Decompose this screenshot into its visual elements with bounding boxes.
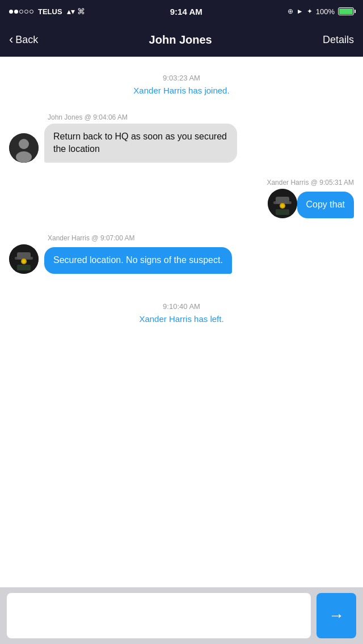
system-message-left: Xander Harris has left. (9, 314, 354, 324)
avatar-xander-1 (268, 189, 297, 218)
bubble-xander-2: Secured location. No signs of the suspec… (44, 247, 232, 273)
avatar-xander-1-svg (268, 189, 297, 218)
battery-container (338, 7, 354, 15)
svg-point-2 (16, 151, 32, 163)
input-bar: → (0, 587, 363, 644)
svg-point-1 (19, 139, 29, 149)
sender-label-xander-2: Xander Harris @ 9:07:00 AM (48, 234, 354, 242)
message-row-xander-1: Copy that (9, 189, 354, 218)
timestamp-1: 9:03:23 AM (9, 74, 354, 82)
signal-dot-3 (19, 10, 23, 14)
nav-title: John Jones (149, 33, 212, 46)
svg-point-7 (281, 204, 284, 207)
system-message-joined: Xander Harris has joined. (9, 86, 354, 95)
message-row-xander-2: Secured location. No signs of the suspec… (9, 244, 354, 274)
bubble-xander-1: Copy that (297, 192, 354, 218)
battery-percent: 100% (316, 7, 335, 16)
back-button[interactable]: ‹ Back (9, 32, 38, 47)
back-label: Back (15, 34, 38, 46)
arrow-icon: ► (297, 7, 303, 15)
details-button[interactable]: Details (323, 34, 354, 46)
svg-rect-14 (17, 265, 31, 270)
battery (338, 7, 354, 15)
nav-bar: ‹ Back John Jones Details (0, 23, 363, 57)
bubble-john-1: Return back to HQ as soon as you secured… (44, 124, 237, 163)
svg-rect-5 (276, 197, 289, 204)
signal-dot-1 (9, 10, 13, 14)
message-row-john: Return back to HQ as soon as you secured… (9, 124, 354, 163)
status-time: 9:14 AM (170, 7, 202, 16)
signal-dot-2 (14, 10, 18, 14)
svg-point-13 (22, 260, 26, 263)
avatar-xander-2-svg (9, 244, 39, 274)
signal-dots (9, 10, 33, 14)
wifi-icon: ▴▾ (67, 7, 75, 16)
battery-fill (339, 9, 353, 14)
send-arrow-icon: → (328, 607, 344, 625)
wifi-symbol: ⌘ (77, 7, 85, 16)
status-bar: TELUS ▴▾ ⌘ 9:14 AM ⊕ ► ✦ 100% (0, 0, 363, 23)
signal-dot-5 (29, 10, 33, 14)
avatar-john (9, 133, 39, 163)
carrier-label: TELUS (38, 7, 62, 16)
signal-dot-4 (24, 10, 28, 14)
avatar-john-svg (9, 133, 39, 163)
sender-label-xander-1: Xander Harris @ 9:05:31 AM (9, 179, 354, 187)
location-icon: ⊕ (288, 7, 293, 15)
status-right: ⊕ ► ✦ 100% (288, 7, 354, 16)
timestamp-2: 9:10:40 AM (9, 302, 354, 311)
status-left: TELUS ▴▾ ⌘ (9, 7, 85, 16)
avatar-xander-2 (9, 244, 39, 274)
svg-rect-11 (17, 252, 31, 259)
back-chevron-icon: ‹ (9, 32, 13, 47)
svg-rect-8 (276, 209, 289, 215)
chat-area: 9:03:23 AM Xander Harris has joined. Joh… (0, 57, 363, 587)
send-button[interactable]: → (316, 593, 356, 638)
bluetooth-icon: ✦ (307, 7, 313, 15)
message-input[interactable] (7, 593, 311, 638)
sender-label-john: John Jones @ 9:04:06 AM (48, 113, 354, 121)
